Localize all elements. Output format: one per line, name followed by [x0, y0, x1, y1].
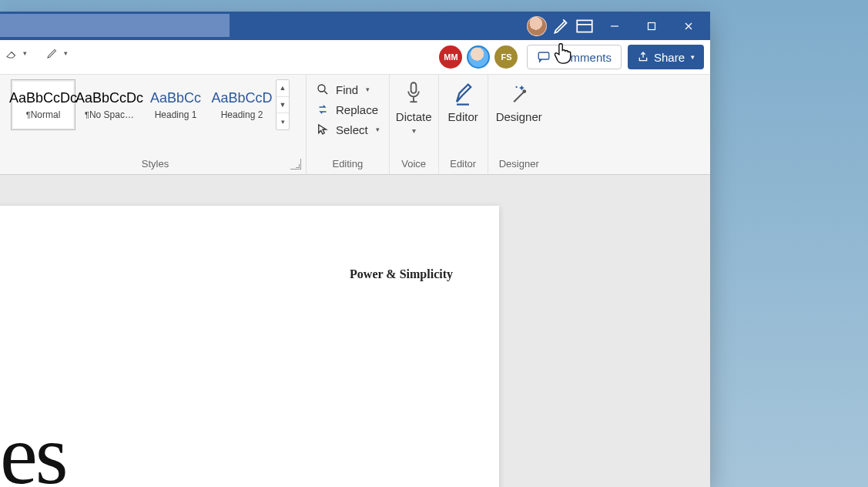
titlebar — [0, 12, 710, 40]
profile-avatar[interactable] — [527, 16, 547, 36]
presence-avatar[interactable] — [467, 45, 490, 69]
chevron-down-icon: ▾ — [412, 126, 416, 135]
page-header-text: Power & Simplicity — [350, 267, 453, 281]
svg-rect-0 — [577, 20, 592, 32]
style-sample: AaBbCcD — [211, 90, 272, 106]
svg-point-15 — [515, 86, 517, 88]
document-area[interactable]: Power & Simplicity es — [0, 175, 710, 487]
group-label: Styles — [11, 158, 300, 173]
document-body-fragment: es — [0, 406, 66, 487]
dialog-launcher-icon[interactable] — [290, 159, 301, 170]
chevron-down-icon: ▾ — [376, 126, 380, 133]
style-tile-heading1[interactable]: AaBbCc Heading 1 — [143, 79, 208, 130]
ribbon-group-editing: Find ▾ Replace Select ▾ Editing — [307, 75, 390, 174]
style-name: ¶No Spac… — [85, 109, 134, 120]
chevron-down-icon: ▾ — [64, 49, 68, 57]
style-sample: AaBbCcDc — [9, 90, 77, 106]
chevron-down-icon: ▾ — [691, 53, 695, 61]
ribbon-group-voice: Dictate ▾ Voice — [390, 75, 439, 174]
svg-point-7 — [318, 85, 325, 92]
share-label: Share — [654, 51, 685, 64]
presence-avatar[interactable]: FS — [494, 45, 518, 69]
display-modes-icon[interactable] — [575, 12, 595, 40]
style-name: Heading 2 — [221, 109, 263, 120]
chevron-down-icon: ▾ — [23, 49, 27, 57]
maximize-button[interactable] — [635, 12, 669, 40]
microphone-icon — [400, 81, 427, 107]
svg-line-8 — [324, 91, 327, 94]
find-button[interactable]: Find ▾ — [313, 81, 383, 98]
svg-rect-6 — [539, 52, 550, 59]
style-tile-nospacing[interactable]: AaBbCcDc ¶No Spac… — [77, 79, 142, 130]
group-label: Designer — [494, 158, 544, 173]
gallery-expand[interactable]: ▾ — [276, 113, 289, 129]
quick-assist-icon[interactable] — [551, 12, 571, 40]
search-field[interactable] — [0, 14, 230, 37]
titlebar-controls — [527, 12, 710, 40]
designer-button[interactable]: Designer — [494, 79, 544, 123]
presence-avatars: MM FS — [439, 45, 518, 69]
ribbon-group-designer: Designer Designer — [488, 75, 550, 174]
page[interactable]: Power & Simplicity — [0, 206, 499, 487]
presence-avatar[interactable]: MM — [439, 45, 462, 69]
svg-rect-9 — [411, 82, 417, 93]
style-tile-normal[interactable]: AaBbCcDc ¶Normal — [11, 79, 75, 130]
dictate-button[interactable]: Dictate ▾ — [396, 79, 432, 135]
comments-label: Comments — [555, 51, 612, 64]
app-window: ▾ ▾ MM FS Comments Share ▾ — [0, 12, 710, 487]
comments-button[interactable]: Comments — [527, 45, 622, 69]
group-label: Voice — [396, 158, 432, 173]
gallery-scroll-down[interactable]: ▼ — [276, 97, 289, 114]
style-sample: AaBbCc — [150, 90, 201, 106]
group-label: Editing — [313, 158, 383, 173]
ribbon: AaBbCcDc ¶Normal AaBbCcDc ¶No Spac… AaBb… — [0, 75, 710, 175]
style-sample: AaBbCcDc — [75, 90, 143, 106]
chevron-down-icon: ▾ — [366, 86, 370, 93]
svg-line-13 — [514, 92, 524, 102]
ribbon-group-styles: AaBbCcDc ¶Normal AaBbCcDc ¶No Spac… AaBb… — [0, 75, 307, 174]
collab-bar: ▾ ▾ MM FS Comments Share ▾ — [0, 40, 710, 75]
svg-point-14 — [523, 90, 525, 92]
editor-pen-icon — [450, 81, 476, 107]
styles-gallery: AaBbCcDc ¶Normal AaBbCcDc ¶No Spac… AaBb… — [11, 79, 300, 130]
style-name: Heading 1 — [155, 109, 197, 120]
replace-button[interactable]: Replace — [313, 101, 383, 118]
eraser-button[interactable]: ▾ — [5, 46, 27, 60]
close-button[interactable] — [672, 12, 705, 40]
select-button[interactable]: Select ▾ — [313, 121, 383, 138]
style-tile-heading2[interactable]: AaBbCcD Heading 2 — [209, 79, 274, 130]
ribbon-group-editor: Editor Editor — [439, 75, 488, 174]
minimize-button[interactable] — [598, 12, 632, 40]
pen-button[interactable]: ▾ — [45, 46, 68, 60]
svg-rect-3 — [648, 22, 655, 29]
style-name: ¶Normal — [26, 109, 61, 120]
gallery-scroll: ▲ ▼ ▾ — [276, 79, 290, 130]
ink-tools: ▾ ▾ — [5, 46, 68, 60]
editor-button[interactable]: Editor — [445, 79, 481, 123]
designer-wand-icon — [506, 81, 532, 107]
gallery-scroll-up[interactable]: ▲ — [276, 80, 289, 97]
share-button[interactable]: Share ▾ — [628, 45, 704, 69]
group-label: Editor — [445, 158, 481, 173]
